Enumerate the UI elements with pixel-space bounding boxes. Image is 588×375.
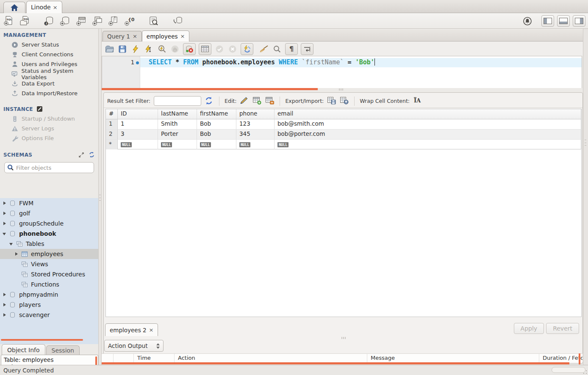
cell-firstname[interactable]: Bob	[197, 119, 236, 130]
open-file-button[interactable]	[104, 44, 114, 54]
cell-null[interactable]: NULL	[118, 140, 158, 150]
cell-null[interactable]: NULL	[158, 140, 197, 150]
expand-arrow-icon[interactable]	[3, 201, 7, 205]
result-set-tab-employees-2[interactable]: employees 2 ×	[105, 323, 158, 336]
import-recordset-icon[interactable]	[340, 97, 349, 106]
tree-item-golf[interactable]: golf	[0, 208, 98, 218]
tab-session[interactable]: Session	[46, 345, 80, 355]
execute-current-statement-button[interactable]	[144, 44, 154, 54]
editor-result-splitter[interactable]	[339, 88, 345, 91]
rollback-button[interactable]	[227, 44, 238, 54]
right-panel-splitter[interactable]	[583, 29, 588, 365]
tree-item-phonebook[interactable]: phonebook	[0, 229, 98, 239]
expand-arrow-icon[interactable]	[14, 252, 19, 256]
output-col-duration[interactable]: Duration / Fetch	[539, 354, 583, 362]
grid-header-id[interactable]: ID	[118, 109, 158, 119]
cell-email[interactable]: bob@porter.com	[275, 130, 581, 140]
cell-phone[interactable]: 345	[236, 130, 275, 140]
toggle-right-panel-button[interactable]	[573, 15, 585, 27]
toggle-autocommit-button[interactable]	[241, 43, 253, 55]
table-row[interactable]: 1 1 Smith Bob 123 bob@smith.com	[106, 119, 581, 130]
filter-objects-input[interactable]	[16, 165, 84, 171]
result-filter-input[interactable]	[154, 96, 201, 106]
grid-header-lastname[interactable]: lastName	[158, 109, 197, 119]
output-horizontal-scrollbar[interactable]	[102, 362, 569, 364]
tab-employees[interactable]: employees ×	[142, 30, 190, 41]
output-col-message[interactable]: Message	[367, 354, 539, 362]
sidebar-splitter[interactable]	[98, 29, 102, 365]
expand-arrow-icon[interactable]	[3, 313, 7, 317]
grid-header-phone[interactable]: phone	[236, 109, 275, 119]
expand-arrow-icon[interactable]	[3, 303, 7, 307]
edit-row-icon[interactable]	[240, 97, 249, 106]
connection-tab-linode[interactable]: Linode ×	[26, 1, 62, 13]
editor-horizontal-scrollbar[interactable]	[102, 88, 318, 90]
expand-arrow-icon[interactable]	[3, 221, 7, 226]
cell-null[interactable]: NULL	[236, 140, 275, 150]
sidebar-item-status-variables[interactable]: Status and System Variables	[0, 69, 98, 79]
toggle-invisible-characters-button[interactable]: ¶	[285, 43, 298, 55]
reconnect-dbms-button[interactable]	[172, 16, 183, 26]
home-tab[interactable]	[3, 2, 25, 13]
collapse-arrow-icon[interactable]	[3, 232, 7, 236]
limit-rows-button[interactable]	[199, 43, 211, 55]
apply-button[interactable]: Apply	[514, 323, 544, 334]
insert-row-icon[interactable]	[252, 97, 262, 106]
output-selector[interactable]: Action Output	[104, 340, 164, 352]
close-icon[interactable]: ×	[180, 33, 185, 39]
resize-grip-icon[interactable]	[583, 370, 587, 374]
sql-editor[interactable]: 1 SELECT * FROM phonebook.employees WHER…	[102, 56, 582, 88]
tree-item-employees[interactable]: employees	[0, 249, 98, 259]
tree-item-players[interactable]: players	[0, 300, 98, 310]
tab-query-1[interactable]: Query 1 ×	[103, 31, 142, 41]
toggle-left-panel-button[interactable]	[541, 15, 554, 27]
toggle-word-wrap-button[interactable]	[301, 43, 313, 55]
sidebar-item-client-connections[interactable]: Client Connections	[0, 50, 98, 59]
tree-item-stored-procedures[interactable]: Stored Procedures	[0, 269, 98, 279]
grid-header-email[interactable]: email	[275, 109, 581, 119]
find-button[interactable]	[272, 44, 282, 54]
delete-row-icon[interactable]	[265, 97, 275, 106]
grid-header-rownum[interactable]: #	[106, 109, 118, 119]
tree-item-tables[interactable]: Tables	[0, 239, 98, 249]
cell-lastname[interactable]: Smith	[158, 119, 197, 130]
create-function-button[interactable]: {0}	[124, 16, 135, 26]
tree-item-scavenger[interactable]: scavenger	[0, 310, 98, 320]
expand-arrow-icon[interactable]	[3, 211, 7, 215]
execute-query-button[interactable]	[130, 44, 141, 54]
statusbar-scroll-thumb[interactable]	[552, 367, 585, 373]
stop-query-button[interactable]	[170, 44, 180, 54]
tree-item-views[interactable]: Views	[0, 259, 98, 269]
tab-object-info[interactable]: Object Info	[2, 344, 45, 355]
sidebar-item-startup-shutdown[interactable]: Startup / Shutdown	[0, 114, 98, 124]
cell-null[interactable]: NULL	[275, 140, 581, 150]
close-icon[interactable]: ×	[53, 4, 58, 11]
cell-null[interactable]: NULL	[197, 140, 236, 150]
cell-lastname[interactable]: Porter	[158, 130, 197, 140]
create-table-button[interactable]	[76, 16, 86, 26]
table-row[interactable]: 2 3 Porter Bob 345 bob@porter.com	[106, 130, 581, 140]
refresh-schemas-icon[interactable]	[89, 152, 95, 158]
explain-plan-button[interactable]	[157, 44, 167, 54]
sidebar-item-server-status[interactable]: Server Status	[0, 40, 98, 50]
grid-header-firstname[interactable]: firstName	[197, 109, 236, 119]
toggle-bottom-panel-button[interactable]	[557, 15, 570, 27]
expand-panel-icon[interactable]	[78, 152, 84, 158]
cell-id[interactable]: 3	[118, 130, 158, 140]
close-icon[interactable]: ×	[133, 33, 137, 39]
create-procedure-button[interactable]	[108, 16, 119, 26]
schema-inspector-button[interactable]: i	[44, 16, 54, 26]
spinner-arrows-icon[interactable]	[156, 343, 160, 349]
expand-arrow-icon[interactable]	[3, 292, 7, 297]
cell-firstname[interactable]: Bob	[197, 130, 236, 140]
sidebar-item-data-import[interactable]: Data Import/Restore	[0, 88, 98, 98]
toggle-stop-on-error-button[interactable]	[183, 43, 196, 55]
cell-email[interactable]: bob@smith.com	[275, 119, 581, 130]
notification-icon[interactable]	[522, 16, 533, 26]
output-col-time[interactable]: Time	[134, 354, 175, 362]
save-script-button[interactable]	[117, 44, 128, 54]
cell-id[interactable]: 1	[118, 119, 158, 130]
tree-horizontal-scrollbar[interactable]	[1, 339, 83, 341]
beautify-script-button[interactable]	[259, 44, 269, 54]
export-recordset-icon[interactable]	[327, 97, 336, 106]
